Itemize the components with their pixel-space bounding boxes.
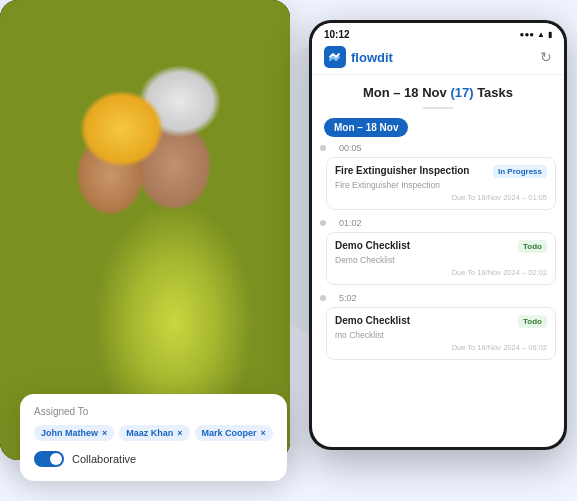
status-time: 10:12 xyxy=(324,29,350,40)
tag-name-john: John Mathew xyxy=(41,428,98,438)
task-subtitle-2: Demo Checklist xyxy=(335,255,547,265)
collaborative-row: Collaborative xyxy=(34,451,273,467)
task-card-3[interactable]: Demo Checklist Todo mo Checklist Due To … xyxy=(326,307,556,360)
tablet-screen: 10:12 ●●● ▲ ▮ flowdit ↻ xyxy=(312,23,564,447)
tag-close-john[interactable]: × xyxy=(102,428,107,438)
task-card-header-1: Fire Extinguisher Inspection In Progress xyxy=(335,165,547,178)
workers-photo xyxy=(0,0,290,460)
assigned-tags: John Mathew × Maaz Khan × Mark Cooper × xyxy=(34,425,273,441)
toggle-knob xyxy=(50,453,62,465)
date-title: Mon – 18 Nov (17) Tasks xyxy=(363,85,513,100)
task-due-1: Due To 18/Nov 2024 – 01:05 xyxy=(335,193,547,202)
task-list: 00:05 Fire Extinguisher Inspection In Pr… xyxy=(312,143,564,447)
battery-icon: ▮ xyxy=(548,30,552,39)
app-name: flowdit xyxy=(351,50,393,65)
task-title-3: Demo Checklist xyxy=(335,315,514,326)
time-group-3: 5:02 Demo Checklist Todo mo Checklist Du… xyxy=(320,293,556,360)
task-card-1[interactable]: Fire Extinguisher Inspection In Progress… xyxy=(326,157,556,210)
time-group-2: 01:02 Demo Checklist Todo Demo Checklist… xyxy=(320,218,556,285)
wifi-icon: ▲ xyxy=(537,30,545,39)
time-dot-3 xyxy=(320,295,326,301)
app-header: flowdit ↻ xyxy=(312,42,564,75)
refresh-icon[interactable]: ↻ xyxy=(540,49,552,65)
assigned-label: Assigned To xyxy=(34,406,273,417)
task-subtitle-1: Fire Extinguisher Inspection xyxy=(335,180,547,190)
tag-mark-cooper[interactable]: Mark Cooper × xyxy=(195,425,273,441)
divider xyxy=(423,107,453,109)
tag-close-mark[interactable]: × xyxy=(261,428,266,438)
time-label-1: 00:05 xyxy=(320,143,556,153)
task-due-2: Due To 18/Nov 2024 – 02:02 xyxy=(335,268,547,277)
status-bar: 10:12 ●●● ▲ ▮ xyxy=(312,23,564,42)
task-card-header-3: Demo Checklist Todo xyxy=(335,315,547,328)
task-due-3: Due To 18/Nov 2024 – 06:02 xyxy=(335,343,547,352)
time-group-1: 00:05 Fire Extinguisher Inspection In Pr… xyxy=(320,143,556,210)
tag-john-mathew[interactable]: John Mathew × xyxy=(34,425,114,441)
task-badge-2: Todo xyxy=(518,240,547,253)
task-subtitle-3: mo Checklist xyxy=(335,330,547,340)
signal-icon: ●●● xyxy=(520,30,535,39)
time-dot-1 xyxy=(320,145,326,151)
task-card-2[interactable]: Demo Checklist Todo Demo Checklist Due T… xyxy=(326,232,556,285)
workers-image xyxy=(0,0,290,460)
time-label-3: 5:02 xyxy=(320,293,556,303)
task-title-1: Fire Extinguisher Inspection xyxy=(335,165,489,176)
task-badge-3: Todo xyxy=(518,315,547,328)
tag-maaz-khan[interactable]: Maaz Khan × xyxy=(119,425,189,441)
tag-name-maaz: Maaz Khan xyxy=(126,428,173,438)
assigned-card: Assigned To John Mathew × Maaz Khan × Ma… xyxy=(20,394,287,481)
tag-name-mark: Mark Cooper xyxy=(202,428,257,438)
collaborative-label: Collaborative xyxy=(72,453,136,465)
date-tab-active[interactable]: Mon – 18 Nov xyxy=(324,118,408,137)
date-tabs: Mon – 18 Nov xyxy=(312,113,564,143)
tag-close-maaz[interactable]: × xyxy=(177,428,182,438)
tablet-device: 10:12 ●●● ▲ ▮ flowdit ↻ xyxy=(309,20,567,450)
collaborative-toggle[interactable] xyxy=(34,451,64,467)
task-card-header-2: Demo Checklist Todo xyxy=(335,240,547,253)
task-badge-1: In Progress xyxy=(493,165,547,178)
task-title-2: Demo Checklist xyxy=(335,240,514,251)
app-logo-icon xyxy=(324,46,346,68)
status-icons: ●●● ▲ ▮ xyxy=(520,30,552,39)
date-header: Mon – 18 Nov (17) Tasks xyxy=(312,75,564,105)
time-label-2: 01:02 xyxy=(320,218,556,228)
time-dot-2 xyxy=(320,220,326,226)
app-logo-area: flowdit xyxy=(324,46,393,68)
